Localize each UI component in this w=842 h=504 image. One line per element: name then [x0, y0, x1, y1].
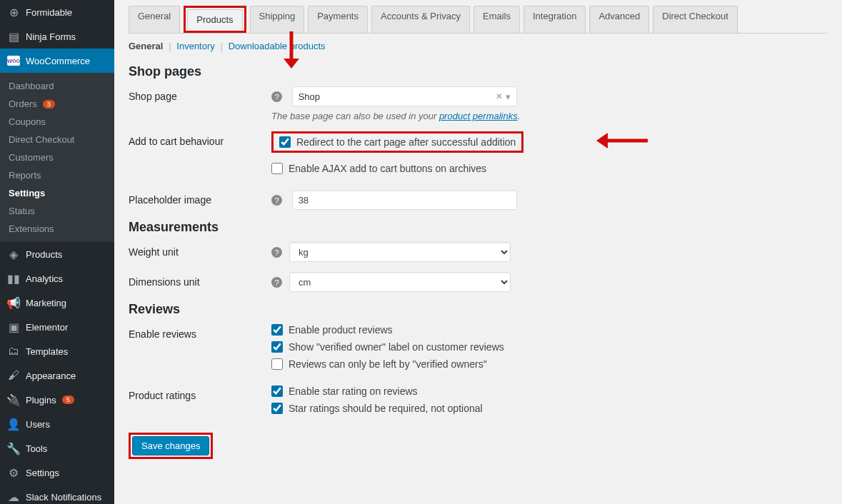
label-weight-unit: Weight unit — [129, 242, 271, 258]
heading-shop-pages: Shop pages — [129, 64, 828, 79]
annotation-arrow-left — [596, 133, 648, 148]
highlight-redirect-option: Redirect to the cart page after successf… — [271, 131, 523, 153]
shop-page-hint: The base page can also be used in your p… — [271, 111, 828, 121]
sidebar-item-analytics[interactable]: ▮▮Analytics — [0, 266, 114, 291]
checkbox-verified-owner-label[interactable] — [271, 341, 283, 353]
sidebar-item-products[interactable]: ◈Products — [0, 242, 114, 266]
settings-tabs: General Products Shipping Payments Accou… — [129, 0, 828, 34]
submenu-reports[interactable]: Reports — [0, 166, 114, 184]
chevron-down-icon: ▾ — [506, 91, 511, 102]
submenu-extensions[interactable]: Extensions — [0, 220, 114, 238]
checkbox-enable-reviews[interactable] — [271, 324, 283, 336]
weight-unit-select[interactable]: kg — [289, 242, 511, 262]
label-product-ratings: Product ratings — [129, 385, 271, 401]
svg-marker-1 — [284, 59, 299, 69]
formidable-icon: ⊕ — [7, 6, 20, 19]
heading-measurements: Measurements — [129, 220, 828, 235]
plugins-badge: 5 — [62, 395, 74, 404]
checkbox-star-rating[interactable] — [271, 385, 283, 397]
shop-page-select[interactable]: Shop ✕▾ — [292, 86, 517, 106]
help-icon[interactable]: ? — [271, 91, 282, 102]
products-icon: ◈ — [7, 248, 20, 261]
checkbox-ajax-add-to-cart[interactable] — [271, 163, 283, 174]
tab-general[interactable]: General — [129, 6, 180, 33]
help-icon[interactable]: ? — [271, 247, 282, 258]
tab-shipping[interactable]: Shipping — [250, 6, 305, 33]
subtab-downloadable[interactable]: Downloadable products — [229, 41, 326, 51]
ninja-forms-icon: ▤ — [7, 30, 20, 43]
sidebar-item-marketing[interactable]: 📢Marketing — [0, 291, 114, 315]
submenu-orders[interactable]: Orders 3 — [0, 95, 114, 113]
sidebar-item-users[interactable]: 👤Users — [0, 412, 114, 436]
help-icon[interactable]: ? — [271, 195, 282, 206]
plugins-icon: 🔌 — [7, 393, 20, 406]
label-add-to-cart: Add to cart behaviour — [129, 131, 271, 147]
sidebar-item-plugins[interactable]: 🔌Plugins 5 — [0, 388, 114, 412]
admin-sidebar: ⊕Formidable ▤Ninja Forms wooWooCommerce … — [0, 0, 114, 504]
sidebar-item-appearance[interactable]: 🖌Appearance — [0, 363, 114, 388]
sidebar-item-templates[interactable]: 🗂Templates — [0, 339, 114, 363]
highlight-products-tab: Products — [184, 6, 246, 33]
permalinks-link[interactable]: product permalinks — [439, 111, 518, 121]
sub-tabs: General | Inventory | Downloadable produ… — [129, 41, 828, 51]
sidebar-item-settings[interactable]: ⚙Settings — [0, 460, 114, 485]
checkbox-redirect-cart[interactable] — [279, 136, 291, 148]
woocommerce-icon: woo — [7, 56, 20, 66]
submenu-status[interactable]: Status — [0, 202, 114, 220]
label-dimensions-unit: Dimensions unit — [129, 272, 271, 288]
settings-icon: ⚙ — [7, 466, 20, 479]
help-icon[interactable]: ? — [271, 277, 282, 288]
submenu-direct-checkout[interactable]: Direct Checkout — [0, 131, 114, 148]
tab-emails[interactable]: Emails — [473, 6, 520, 33]
subtab-inventory[interactable]: Inventory — [176, 41, 214, 51]
clear-icon[interactable]: ✕ — [496, 91, 503, 101]
heading-reviews: Reviews — [129, 302, 828, 317]
tab-advanced[interactable]: Advanced — [589, 6, 649, 33]
appearance-icon: 🖌 — [7, 369, 20, 382]
sidebar-item-elementor[interactable]: ▣Elementor — [0, 315, 114, 339]
elementor-icon: ▣ — [7, 321, 20, 333]
label-enable-reviews: Enable reviews — [129, 324, 271, 340]
sidebar-submenu: Dashboard Orders 3 Coupons Direct Checko… — [0, 73, 114, 242]
submenu-customers[interactable]: Customers — [0, 148, 114, 166]
checkbox-star-required[interactable] — [271, 403, 283, 414]
users-icon: 👤 — [7, 418, 20, 430]
tab-products[interactable]: Products — [187, 9, 242, 30]
sidebar-item-formidable[interactable]: ⊕Formidable — [0, 0, 114, 24]
tab-accounts-privacy[interactable]: Accounts & Privacy — [371, 6, 470, 33]
slack-icon: ☁ — [7, 490, 20, 503]
label-shop-page: Shop page — [129, 86, 271, 102]
tools-icon: 🔧 — [7, 442, 20, 455]
orders-badge: 3 — [43, 100, 55, 109]
sidebar-item-ninja-forms[interactable]: ▤Ninja Forms — [0, 24, 114, 49]
marketing-icon: 📢 — [7, 296, 20, 309]
submenu-dashboard[interactable]: Dashboard — [0, 77, 114, 95]
svg-marker-2 — [596, 133, 608, 148]
main-content: General Products Shipping Payments Accou… — [114, 0, 842, 504]
save-button[interactable]: Save changes — [132, 436, 209, 455]
placeholder-image-input[interactable] — [292, 190, 517, 210]
tab-direct-checkout[interactable]: Direct Checkout — [653, 6, 737, 33]
sidebar-item-tools[interactable]: 🔧Tools — [0, 436, 114, 460]
templates-icon: 🗂 — [7, 345, 20, 358]
subtab-general[interactable]: General — [129, 41, 163, 51]
label-placeholder-image: Placeholder image — [129, 190, 271, 206]
submenu-settings[interactable]: Settings — [0, 184, 114, 202]
tab-payments[interactable]: Payments — [308, 6, 368, 33]
tab-integration[interactable]: Integration — [523, 6, 586, 33]
sidebar-item-woocommerce[interactable]: wooWooCommerce — [0, 49, 114, 73]
submenu-coupons[interactable]: Coupons — [0, 113, 114, 131]
highlight-save: Save changes — [129, 433, 213, 459]
annotation-arrow-down — [284, 31, 299, 69]
analytics-icon: ▮▮ — [7, 272, 20, 285]
sidebar-item-slack-notifications[interactable]: ☁Slack Notifications — [0, 485, 114, 504]
checkbox-verified-only[interactable] — [271, 358, 283, 370]
dimensions-unit-select[interactable]: cm — [289, 272, 511, 292]
